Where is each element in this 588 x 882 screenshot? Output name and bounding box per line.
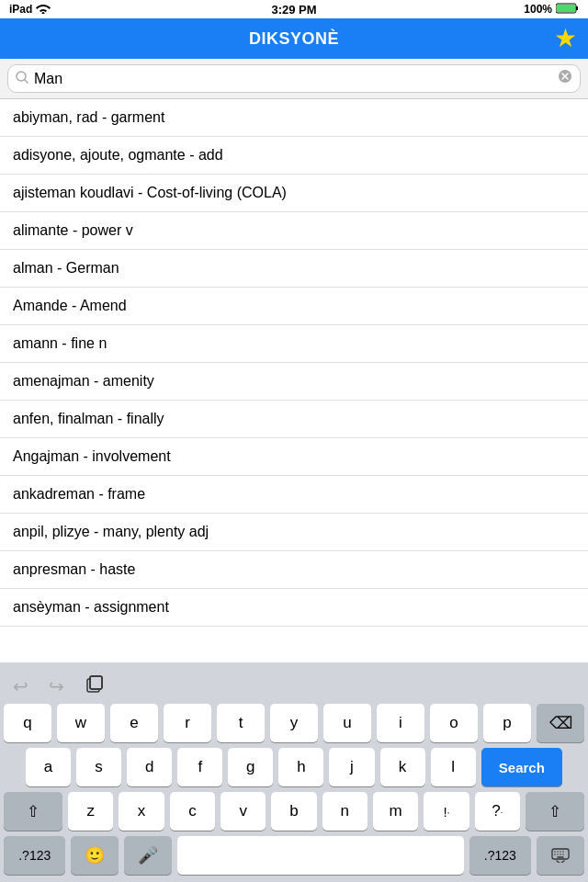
key-b[interactable]: b: [271, 792, 316, 831]
status-bar: iPad 3:29 PM 100%: [0, 0, 588, 18]
key-g[interactable]: g: [228, 748, 273, 786]
key-question[interactable]: ?.: [475, 792, 520, 831]
list-item[interactable]: amann - fine n: [0, 325, 588, 363]
list-item[interactable]: ansèyman - assignment: [0, 589, 588, 627]
keyboard-row-3: ⇧ z x c v b n m !, ?. ⇧: [0, 792, 588, 831]
svg-rect-2: [557, 5, 575, 12]
search-bar: [0, 59, 588, 99]
svg-rect-1: [576, 6, 578, 10]
list-item[interactable]: alman - German: [0, 250, 588, 288]
undo-button[interactable]: ↩: [9, 673, 32, 699]
key-i[interactable]: i: [377, 704, 424, 742]
key-u[interactable]: u: [323, 704, 371, 742]
search-icon: [16, 71, 28, 86]
redo-button[interactable]: ↪: [45, 673, 68, 699]
keyboard: ↩ ↪ q w e r t y u i o p ⌫ a s d f g h j …: [0, 662, 588, 882]
wifi-icon: [36, 3, 51, 17]
keyboard-row-1: q w e r t y u i o p ⌫: [0, 704, 588, 742]
key-k[interactable]: k: [380, 748, 425, 786]
key-r[interactable]: r: [164, 704, 211, 742]
device-label: iPad: [9, 3, 32, 16]
emoji-key[interactable]: 🙂: [71, 836, 119, 875]
shift-key-right[interactable]: ⇧: [526, 792, 584, 831]
backspace-key[interactable]: ⌫: [537, 704, 584, 742]
list-item[interactable]: anfen, finalman - finally: [0, 401, 588, 438]
key-w[interactable]: w: [57, 704, 105, 742]
favorite-icon[interactable]: ★: [554, 26, 577, 51]
word-list: abiyman, rad - garmentadisyone, ajoute, …: [0, 99, 588, 632]
list-item[interactable]: ajisteman koudlavi - Cost-of-living (COL…: [0, 175, 588, 212]
clear-icon[interactable]: [558, 69, 572, 88]
key-q[interactable]: q: [4, 704, 51, 742]
key-h[interactable]: h: [278, 748, 323, 786]
numbers-key[interactable]: .?123: [4, 836, 65, 875]
keyboard-row-2: a s d f g h j k l Search: [0, 748, 588, 786]
hide-keyboard-key[interactable]: [537, 836, 584, 875]
key-n[interactable]: n: [322, 792, 368, 831]
list-item[interactable]: ankadreman - frame: [0, 476, 588, 514]
period-key[interactable]: .?123: [469, 836, 531, 875]
key-s[interactable]: s: [76, 748, 121, 786]
app-header: DIKSYONÈ ★: [0, 18, 588, 59]
battery-icon: [556, 3, 579, 17]
key-a[interactable]: a: [26, 748, 71, 786]
shift-key[interactable]: ⇧: [4, 792, 62, 831]
key-j[interactable]: j: [329, 748, 374, 786]
app-title: DIKSYONÈ: [249, 29, 339, 49]
search-key[interactable]: Search: [481, 748, 562, 786]
keyboard-toolbar: ↩ ↪: [0, 668, 588, 704]
copy-button[interactable]: [81, 672, 108, 700]
key-exclaim[interactable]: !,: [424, 792, 469, 831]
key-x[interactable]: x: [119, 792, 164, 831]
keyboard-bottom-row: .?123 🙂 🎤 .?123: [0, 836, 588, 882]
mic-key[interactable]: 🎤: [124, 836, 172, 875]
svg-rect-9: [90, 676, 102, 689]
list-item[interactable]: alimante - power v: [0, 212, 588, 250]
search-input-container[interactable]: [7, 64, 581, 93]
key-z[interactable]: z: [68, 792, 113, 831]
key-t[interactable]: t: [217, 704, 265, 742]
list-item[interactable]: abiyman, rad - garment: [0, 99, 588, 137]
battery-label: 100%: [524, 3, 552, 16]
key-l[interactable]: l: [431, 748, 476, 786]
list-item[interactable]: Angajman - involvement: [0, 438, 588, 476]
key-c[interactable]: c: [170, 792, 215, 831]
list-item[interactable]: anpil, plizye - many, plenty adj: [0, 514, 588, 551]
key-v[interactable]: v: [220, 792, 266, 831]
search-input[interactable]: [34, 71, 554, 87]
space-key[interactable]: [177, 836, 463, 875]
key-f[interactable]: f: [177, 748, 222, 786]
key-p[interactable]: p: [483, 704, 531, 742]
key-o[interactable]: o: [430, 704, 478, 742]
list-item[interactable]: adisyone, ajoute, ogmante - add: [0, 137, 588, 175]
list-item[interactable]: anpresman - haste: [0, 551, 588, 589]
key-y[interactable]: y: [270, 704, 318, 742]
key-d[interactable]: d: [127, 748, 172, 786]
list-item[interactable]: amenajman - amenity: [0, 363, 588, 401]
svg-line-4: [25, 80, 28, 83]
status-time: 3:29 PM: [271, 3, 316, 17]
key-m[interactable]: m: [373, 792, 418, 831]
list-item[interactable]: Amande - Amend: [0, 288, 588, 325]
key-e[interactable]: e: [110, 704, 158, 742]
